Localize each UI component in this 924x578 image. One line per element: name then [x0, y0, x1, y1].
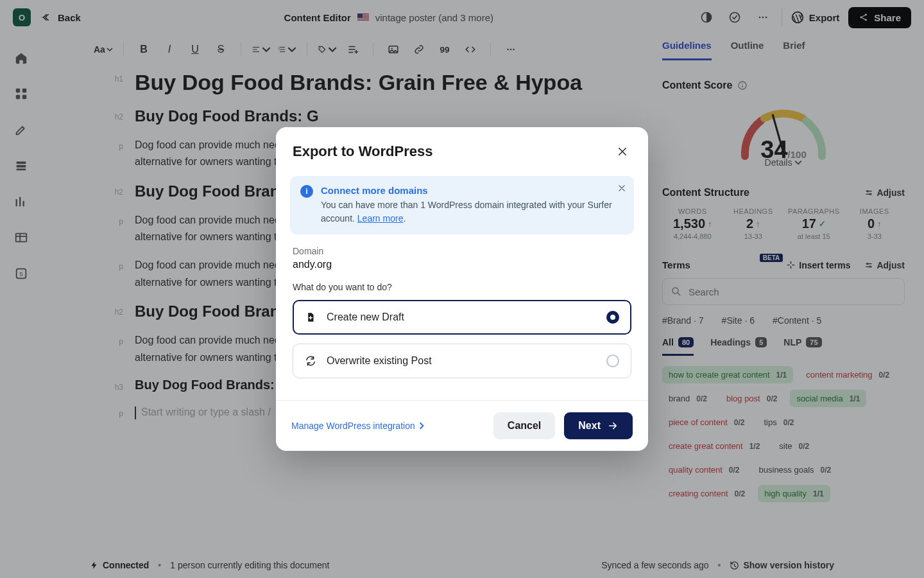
- file-plus-icon: [305, 311, 318, 323]
- radio-unselected-icon: [606, 355, 619, 367]
- export-wordpress-modal: Export to WordPress i Connect more domai…: [276, 127, 648, 451]
- radio-selected-icon: [606, 311, 619, 324]
- next-button[interactable]: Next: [564, 412, 633, 439]
- modal-title: Export to WordPress: [293, 143, 432, 160]
- modal-close-button[interactable]: [613, 143, 631, 161]
- domain-label: Domain: [293, 246, 631, 256]
- banner-title: Connect more domains: [321, 185, 624, 196]
- option-label: Overwrite existing Post: [327, 355, 597, 367]
- domain-value: andy.org: [293, 259, 631, 270]
- cancel-button[interactable]: Cancel: [493, 412, 555, 439]
- manage-integration-link[interactable]: Manage WordPress integration: [291, 421, 484, 431]
- banner-close-button[interactable]: [617, 184, 626, 195]
- chevron-right-icon: [418, 422, 425, 430]
- option-label: Create new Draft: [327, 311, 597, 323]
- option-create-draft[interactable]: Create new Draft: [293, 300, 631, 335]
- refresh-icon: [305, 355, 318, 367]
- option-overwrite-post[interactable]: Overwrite existing Post: [293, 344, 631, 378]
- info-banner: i Connect more domains You can have more…: [290, 176, 634, 234]
- close-icon: [617, 184, 626, 193]
- close-icon: [617, 146, 628, 157]
- learn-more-link[interactable]: Learn more: [357, 213, 404, 223]
- banner-body: You can have more than 1 WordPress domai…: [321, 198, 624, 225]
- info-icon: i: [300, 185, 313, 198]
- action-question: What do you want to do?: [293, 282, 631, 292]
- arrow-right-icon: [607, 420, 619, 432]
- modal-overlay[interactable]: Export to WordPress i Connect more domai…: [0, 0, 924, 578]
